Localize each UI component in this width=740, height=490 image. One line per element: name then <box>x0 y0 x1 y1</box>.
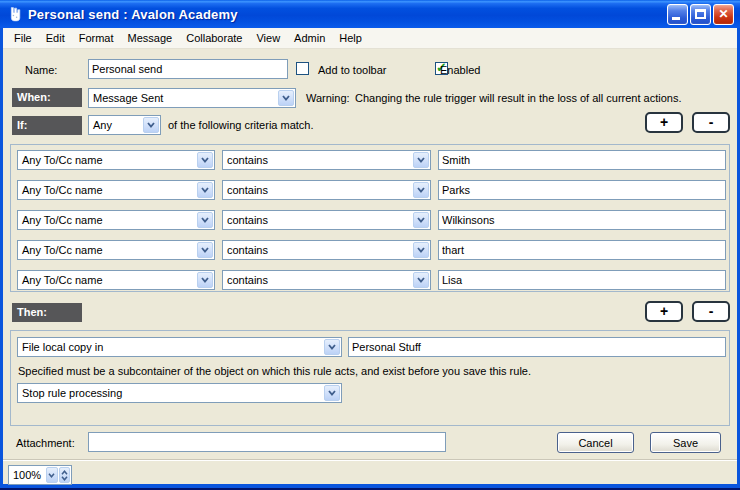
chevron-down-icon <box>197 152 213 168</box>
dialog-body: Name: Add to toolbar ✓ Enabled When: Mes… <box>3 49 737 484</box>
criterion-operator-select[interactable]: contains <box>222 210 431 230</box>
criterion-operator-select[interactable]: contains <box>222 150 431 170</box>
menu-edit[interactable]: Edit <box>39 30 72 46</box>
menu-view[interactable]: View <box>249 30 287 46</box>
criterion-field-value: Any To/Cc name <box>18 214 196 226</box>
if-add-criterion-button[interactable]: + <box>645 112 683 133</box>
menu-admin[interactable]: Admin <box>287 30 332 46</box>
action2-select[interactable]: Stop rule processing <box>17 383 342 403</box>
chevron-down-icon <box>413 242 429 258</box>
if-remove-criterion-button[interactable]: - <box>692 112 730 133</box>
maximize-button[interactable] <box>690 4 711 25</box>
if-suffix-label: of the following criteria match. <box>168 119 314 131</box>
cancel-button[interactable]: Cancel <box>557 432 634 453</box>
criterion-operator-value: contains <box>223 154 412 166</box>
menu-help[interactable]: Help <box>332 30 369 46</box>
menu-format[interactable]: Format <box>72 30 121 46</box>
add-to-toolbar-label: Add to toolbar <box>318 64 387 76</box>
criterion-field-value: Any To/Cc name <box>18 184 196 196</box>
close-icon: ✕ <box>718 7 728 21</box>
minimize-icon <box>672 17 680 20</box>
save-button[interactable]: Save <box>650 432 721 453</box>
menu-message[interactable]: Message <box>121 30 180 46</box>
criterion-field-select[interactable]: Any To/Cc name <box>17 150 215 170</box>
chevron-down-icon <box>197 272 213 288</box>
title-bar[interactable]: Personal send : Avalon Academy ✕ <box>0 0 740 28</box>
criterion-operator-select[interactable]: contains <box>222 270 431 290</box>
chevron-down-icon[interactable] <box>46 467 57 483</box>
attachment-label: Attachment: <box>16 437 75 449</box>
warning-text: Changing the rule trigger will result in… <box>355 92 682 104</box>
chevron-down-icon <box>143 117 159 133</box>
enabled-label: Enabled <box>440 64 480 76</box>
chevron-down-icon <box>278 90 294 106</box>
if-label: If: <box>12 116 82 135</box>
criterion-value-input[interactable] <box>438 180 726 200</box>
criterion-field-select[interactable]: Any To/Cc name <box>17 180 215 200</box>
actions-group: File local copy in Specified must be a s… <box>10 330 730 426</box>
chevron-down-icon <box>197 242 213 258</box>
if-match-value: Any <box>89 119 142 131</box>
criterion-field-select[interactable]: Any To/Cc name <box>17 240 215 260</box>
warning-prefix: Warning: <box>306 92 350 104</box>
criterion-operator-value: contains <box>223 274 412 286</box>
chevron-down-icon <box>413 182 429 198</box>
minimize-button[interactable] <box>667 4 688 25</box>
if-match-select[interactable]: Any <box>88 115 161 135</box>
statusbar-divider <box>3 459 737 461</box>
criterion-operator-select[interactable]: contains <box>222 240 431 260</box>
name-label: Name: <box>25 64 57 76</box>
criterion-field-value: Any To/Cc name <box>18 274 196 286</box>
criterion-operator-value: contains <box>223 184 412 196</box>
when-label: When: <box>12 88 82 107</box>
action-target-input[interactable] <box>348 337 726 357</box>
criterion-operator-value: contains <box>223 244 412 256</box>
chevron-down-icon <box>197 182 213 198</box>
close-button[interactable]: ✕ <box>713 4 734 25</box>
chevron-down-icon <box>413 272 429 288</box>
criterion-field-value: Any To/Cc name <box>18 154 196 166</box>
chevron-down-icon <box>413 152 429 168</box>
maximize-icon <box>695 9 706 19</box>
zoom-control[interactable]: 100% <box>8 465 72 485</box>
chevron-down-icon <box>413 212 429 228</box>
zoom-stepper[interactable] <box>59 467 70 483</box>
criterion-value-input[interactable] <box>438 240 726 260</box>
menu-bar: File Edit Format Message Collaborate Vie… <box>3 28 737 49</box>
action2-value-label: Stop rule processing <box>18 387 323 399</box>
criterion-value-input[interactable] <box>438 210 726 230</box>
window-title: Personal send : Avalon Academy <box>28 7 238 22</box>
menu-collaborate[interactable]: Collaborate <box>179 30 249 46</box>
add-to-toolbar-checkbox[interactable] <box>296 62 309 75</box>
then-remove-action-button[interactable]: - <box>692 301 730 322</box>
then-label: Then: <box>12 303 82 322</box>
criterion-value-input[interactable] <box>438 150 726 170</box>
criterion-field-select[interactable]: Any To/Cc name <box>17 270 215 290</box>
window: Personal send : Avalon Academy ✕ File Ed… <box>0 0 740 490</box>
criterion-value-input[interactable] <box>438 270 726 290</box>
when-trigger-select[interactable]: Message Sent <box>88 88 296 108</box>
criterion-field-select[interactable]: Any To/Cc name <box>17 210 215 230</box>
app-icon <box>6 6 23 23</box>
criterion-field-value: Any To/Cc name <box>18 244 196 256</box>
criterion-operator-value: contains <box>223 214 412 226</box>
attachment-input[interactable] <box>88 432 446 452</box>
name-input[interactable] <box>88 59 288 79</box>
action-note: Specified must be a subcontainer of the … <box>18 365 531 377</box>
criteria-group: Any To/Cc name contains Any To/Cc name c… <box>10 144 730 292</box>
action-select[interactable]: File local copy in <box>17 337 342 357</box>
chevron-down-icon <box>324 385 340 401</box>
chevron-down-icon <box>324 339 340 355</box>
zoom-level-value: 100% <box>9 466 45 484</box>
then-add-action-button[interactable]: + <box>645 301 683 322</box>
action-value-label: File local copy in <box>18 341 323 353</box>
chevron-up-icon <box>61 470 68 475</box>
when-trigger-value: Message Sent <box>89 92 277 104</box>
menu-file[interactable]: File <box>7 30 39 46</box>
criterion-operator-select[interactable]: contains <box>222 180 431 200</box>
chevron-down-icon <box>61 476 68 481</box>
chevron-down-icon <box>197 212 213 228</box>
